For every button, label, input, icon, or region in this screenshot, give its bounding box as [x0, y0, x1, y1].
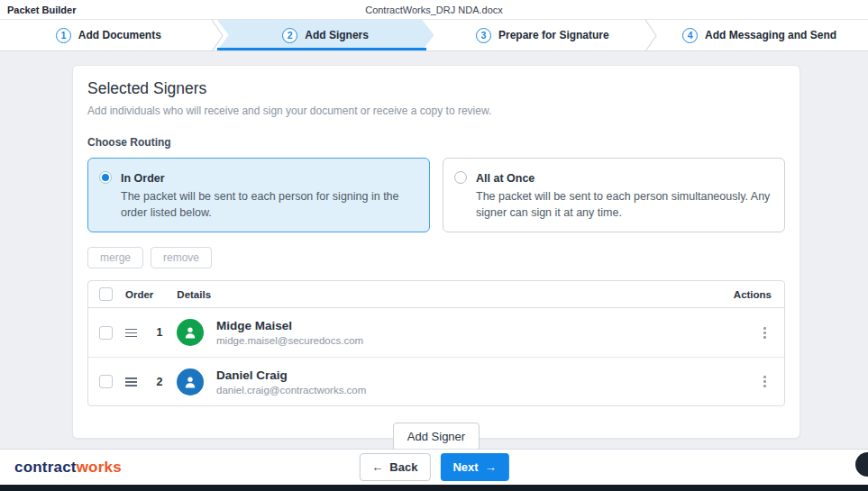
routing-option-in-order[interactable]: In Order The packet will be sent to each…: [87, 158, 430, 232]
step-add-messaging-and-send[interactable]: 4 Add Messaging and Send: [651, 20, 868, 50]
step-number-badge: 1: [56, 28, 71, 43]
footer-bar: contractworks ← Back Next →: [0, 449, 868, 485]
add-signer-container: Add Signer: [87, 423, 785, 450]
step-label: Add Messaging and Send: [705, 29, 836, 41]
top-bar: Packet Builder ContractWorks_DRJ NDA.doc…: [0, 0, 868, 20]
signer-details: Midge Maisel midge.maisel@securedocs.com: [216, 319, 363, 346]
person-icon: [182, 324, 198, 341]
routing-option-description: The packet will be sent to each person f…: [121, 188, 416, 221]
table-row: 1 Midge Maisel midge.maisel@securedocs.c…: [88, 308, 784, 357]
bottom-accent-bar: [0, 485, 868, 491]
routing-option-title: In Order: [121, 172, 165, 185]
signers-table: Order Details Actions 1 Midge Maisel mid…: [87, 280, 785, 406]
signer-name: Midge Maisel: [216, 319, 363, 332]
step-number-badge: 2: [282, 28, 297, 43]
actions-column-header: Actions: [734, 289, 772, 300]
table-row: 2 Daniel Craig daniel.craig@contractwork…: [88, 357, 784, 405]
details-column-header: Details: [177, 289, 211, 300]
step-label: Prepare for Signature: [498, 29, 609, 41]
routing-options: In Order The packet will be sent to each…: [87, 158, 785, 232]
signer-order: 1: [155, 326, 164, 339]
radio-unselected-icon[interactable]: [454, 171, 467, 184]
step-prepare-for-signature[interactable]: 3 Prepare for Signature: [434, 20, 652, 50]
step-add-signers-active[interactable]: 2 Add Signers: [217, 20, 434, 50]
order-column-header: Order: [125, 289, 153, 300]
app-title: Packet Builder: [0, 5, 76, 15]
table-header-row: Order Details Actions: [88, 281, 784, 308]
step-number-badge: 4: [682, 28, 698, 43]
step-add-documents[interactable]: 1 Add Documents: [0, 20, 217, 50]
row-checkbox[interactable]: [99, 326, 113, 340]
step-number-badge: 3: [476, 28, 491, 43]
select-all-checkbox[interactable]: [99, 287, 113, 301]
routing-option-all-at-once[interactable]: All at Once The packet will be sent to e…: [443, 158, 785, 232]
contractworks-logo: contractworks: [14, 459, 122, 477]
add-signer-button[interactable]: Add Signer: [393, 423, 480, 450]
selected-signers-card: Selected Signers Add individuals who wil…: [72, 65, 800, 439]
next-arrow-icon: →: [485, 460, 497, 474]
next-button[interactable]: Next →: [440, 453, 508, 481]
back-button-label: Back: [389, 460, 417, 474]
merge-button[interactable]: merge: [87, 247, 143, 268]
row-checkbox[interactable]: [99, 375, 113, 388]
page-title: Selected Signers: [87, 79, 785, 98]
signer-email: midge.maisel@securedocs.com: [216, 335, 363, 346]
drag-handle-icon[interactable]: [123, 326, 139, 341]
step-wizard: 1 Add Documents 2 Add Signers 3 Prepare …: [0, 20, 868, 51]
routing-option-title: All at Once: [476, 172, 535, 185]
radio-selected-icon[interactable]: [99, 171, 112, 184]
next-button-label: Next: [452, 460, 478, 474]
step-label: Add Documents: [78, 29, 161, 41]
step-label: Add Signers: [305, 29, 369, 41]
avatar: [177, 368, 204, 396]
chat-widget-button[interactable]: [855, 452, 868, 477]
signer-name: Daniel Craig: [216, 368, 366, 382]
row-actions-menu-icon[interactable]: [758, 372, 772, 391]
row-actions-menu-icon[interactable]: [758, 323, 772, 342]
document-name: ContractWorks_DRJ NDA.docx: [365, 5, 503, 15]
signer-order: 2: [155, 376, 164, 388]
logo-part-works: works: [77, 459, 122, 476]
routing-option-description: The packet will be sent to each person s…: [476, 188, 772, 221]
footer-navigation: ← Back Next →: [359, 453, 508, 481]
bulk-actions: merge remove: [87, 247, 785, 268]
person-icon: [182, 374, 198, 390]
back-button[interactable]: ← Back: [359, 453, 430, 481]
active-step-underline: [217, 48, 426, 50]
back-arrow-icon: ←: [371, 460, 383, 474]
avatar: [177, 319, 204, 346]
page-subtitle: Add individuals who will receive and sig…: [87, 105, 785, 117]
logo-part-contract: contract: [14, 459, 77, 476]
main-area: Selected Signers Add individuals who wil…: [0, 52, 868, 449]
remove-button[interactable]: remove: [151, 247, 212, 268]
drag-handle-icon[interactable]: [123, 375, 139, 389]
choose-routing-label: Choose Routing: [87, 136, 785, 149]
signer-email: daniel.craig@contractworks.com: [216, 385, 366, 396]
signer-details: Daniel Craig daniel.craig@contractworks.…: [216, 368, 366, 396]
